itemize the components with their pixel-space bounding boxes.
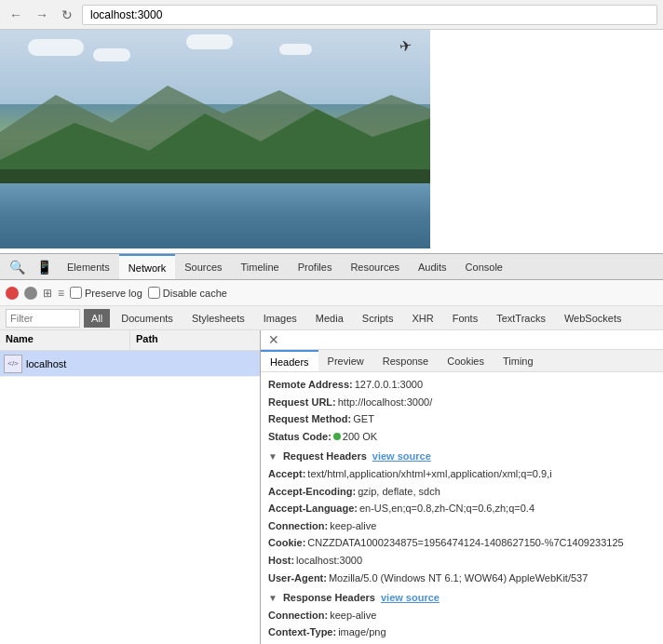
view-source2-link[interactable]: view source: [381, 590, 440, 607]
resp-connection-val: keep-alive: [330, 608, 376, 624]
tab-profiles[interactable]: Profiles: [289, 254, 342, 279]
resp-content-type-row: Context-Type: image/png: [268, 624, 656, 641]
mountain-svg: [0, 76, 430, 197]
host-key: Host:: [268, 553, 294, 570]
list-icon[interactable]: ≡: [58, 287, 64, 300]
documents-filter-button[interactable]: Documents: [114, 312, 181, 325]
reload-button[interactable]: ↻: [58, 6, 76, 24]
user-agent-row: User-Agent: Mozilla/5.0 (Windows NT 6.1;…: [268, 570, 656, 587]
tab-network[interactable]: Network: [119, 254, 175, 279]
host-val: localhost:3000: [296, 553, 362, 570]
accept-key: Accept:: [268, 466, 305, 483]
user-agent-key: User-Agent:: [268, 570, 327, 587]
request-method-row: Request Method: GET: [268, 411, 656, 428]
tab-sources[interactable]: Sources: [175, 254, 231, 279]
header-tabs: Headers Preview Response Cookies Timing: [261, 350, 663, 372]
address-bar[interactable]: [82, 5, 657, 25]
accept-val: text/html,application/xhtml+xml,applicat…: [307, 466, 551, 483]
tab-timeline[interactable]: Timeline: [232, 254, 289, 279]
cloud: [186, 34, 233, 49]
path-col-header: Path: [130, 330, 260, 350]
status-code-val: 200 OK: [343, 429, 377, 446]
remote-address-key: Remote Address:: [268, 377, 353, 394]
headers-tab[interactable]: Headers: [261, 350, 318, 371]
stylesheets-filter-button[interactable]: Stylesheets: [184, 312, 252, 325]
timing-tab[interactable]: Timing: [494, 350, 543, 371]
disable-cache-text: Disable cache: [163, 288, 227, 299]
tab-audits[interactable]: Audits: [409, 254, 456, 279]
preserve-log-checkbox[interactable]: [70, 287, 82, 299]
file-name: localhost: [26, 358, 66, 369]
images-filter-button[interactable]: Images: [256, 312, 304, 325]
request-method-val: GET: [353, 411, 374, 428]
media-filter-button[interactable]: Media: [308, 312, 351, 325]
cloud: [279, 44, 312, 55]
page-image: ✈: [0, 30, 430, 248]
forward-button[interactable]: →: [32, 6, 52, 24]
status-code-row: Status Code: 200 OK: [268, 429, 656, 446]
network-toolbar: ⊞ ≡ Preserve log Disable cache: [0, 280, 663, 306]
browser-chrome: ← → ↻: [0, 0, 663, 30]
status-code-key: Status Code:: [268, 429, 332, 446]
filter-icon[interactable]: ⊞: [43, 287, 52, 300]
cookies-tab[interactable]: Cookies: [438, 350, 494, 371]
request-headers-label: Request Headers: [283, 449, 367, 465]
accept-language-val: en-US,en;q=0.8,zh-CN;q=0.6,zh;q=0.4: [359, 501, 534, 517]
request-url-key: Request URL:: [268, 395, 336, 411]
cookie-row: Cookie: CNZZDATA1000234875=1956474124-14…: [268, 535, 656, 552]
tab-elements[interactable]: Elements: [58, 254, 119, 279]
water-reflection: [0, 183, 430, 248]
resp-connection-key: Connection:: [268, 608, 328, 624]
tab-resources[interactable]: Resources: [341, 254, 409, 279]
network-panel: Name Path </> localhost ✕ Headers Previe…: [0, 330, 663, 644]
all-filter-button[interactable]: All: [84, 309, 110, 328]
disable-cache-checkbox[interactable]: [148, 287, 160, 299]
scripts-filter-button[interactable]: Scripts: [355, 312, 401, 325]
close-btn-row: ✕: [261, 330, 663, 350]
preview-tab[interactable]: Preview: [318, 350, 373, 371]
request-headers-toggle[interactable]: ▼: [268, 449, 277, 464]
request-headers-section: ▼ Request Headers view source: [268, 449, 656, 465]
accept-row: Accept: text/html,application/xhtml+xml,…: [268, 466, 656, 483]
close-panel-button[interactable]: ✕: [264, 332, 283, 347]
tab-console[interactable]: Console: [456, 254, 512, 279]
websockets-filter-button[interactable]: WebSockets: [557, 312, 629, 325]
response-tab[interactable]: Response: [373, 350, 439, 371]
request-url-row: Request URL: http://localhost:3000/: [268, 395, 656, 411]
request-method-key: Request Method:: [268, 411, 351, 428]
connection-val: keep-alive: [330, 518, 376, 535]
devtools-tab-bar: 🔍 📱 Elements Network Sources Timeline Pr…: [0, 254, 663, 280]
resp-content-type-val: image/png: [338, 624, 386, 641]
filter-input[interactable]: [6, 309, 80, 328]
remote-address-row: Remote Address: 127.0.0.1:3000: [268, 377, 656, 394]
record-button[interactable]: [6, 287, 19, 300]
host-row: Host: localhost:3000: [268, 553, 656, 570]
cloud: [28, 39, 84, 56]
request-url-val: http://localhost:3000/: [338, 395, 433, 411]
user-agent-val: Mozilla/5.0 (Windows NT 6.1; WOW64) Appl…: [329, 570, 588, 587]
xhr-filter-button[interactable]: XHR: [404, 312, 440, 325]
clear-button[interactable]: [24, 287, 37, 300]
status-dot: [333, 433, 341, 440]
devtools-device-icon[interactable]: 📱: [31, 260, 58, 275]
resp-connection-row: Connection: keep-alive: [268, 608, 656, 624]
view-source-link[interactable]: view source: [372, 449, 431, 465]
accept-encoding-row: Accept-Encoding: gzip, deflate, sdch: [268, 484, 656, 501]
file-list-header: Name Path: [0, 330, 260, 351]
accept-encoding-key: Accept-Encoding:: [268, 484, 356, 501]
fonts-filter-button[interactable]: Fonts: [445, 312, 486, 325]
devtools-search-icon[interactable]: 🔍: [4, 260, 31, 275]
texttracks-filter-button[interactable]: TextTracks: [489, 312, 553, 325]
preserve-log-label[interactable]: Preserve log: [70, 287, 142, 299]
resp-content-type-key: Context-Type:: [268, 624, 336, 641]
file-list: Name Path </> localhost: [0, 330, 261, 644]
filter-bar: All Documents Stylesheets Images Media S…: [0, 306, 663, 330]
accept-language-key: Accept-Language:: [268, 501, 358, 517]
disable-cache-label[interactable]: Disable cache: [148, 287, 227, 299]
preserve-log-text: Preserve log: [85, 288, 142, 299]
back-button[interactable]: ←: [6, 6, 26, 24]
page-content: ✈: [0, 30, 663, 253]
response-headers-toggle[interactable]: ▼: [268, 591, 277, 606]
name-col-header: Name: [0, 330, 130, 350]
table-row[interactable]: </> localhost: [0, 351, 260, 377]
